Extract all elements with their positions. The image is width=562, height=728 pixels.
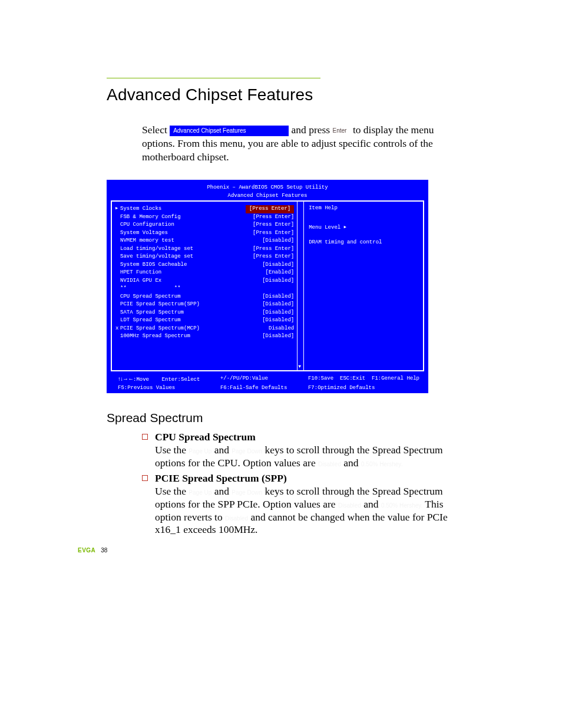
- bios-header-2: Advanced Chipset Features: [111, 192, 424, 200]
- bios-footer: ↑↓→←:Move Enter:Select +/-/PU/PD:Value F…: [111, 371, 424, 391]
- bios-row: FSB & Memory Config[Press Enter]: [115, 213, 303, 222]
- list-item: CPU Spread Spectrum Use the Page Up and …: [142, 431, 460, 470]
- page-title: Advanced Chipset Features: [107, 85, 562, 104]
- help-level: Menu Level: [309, 225, 343, 230]
- bios-row: x PCIE Spread Spectrum(MCP)Disabled: [115, 325, 303, 333]
- bios-screenshot: Phoenix – AwardBIOS CMOS Setup Utility A…: [107, 180, 428, 393]
- bios-row: Load timing/voltage set[Press Enter]: [115, 245, 303, 253]
- brand-label: EVGA: [78, 547, 95, 554]
- bios-row: NVMEM memory test[Disabled]: [115, 237, 303, 245]
- nav-arrows-icon: ↑↓→←: [118, 375, 133, 382]
- bios-row: NVIDIA GPU Ex[Disabled]: [115, 277, 303, 285]
- bios-menu-list: ▶ System Clocks[Press Enter] FSB & Memor…: [112, 202, 303, 370]
- bios-header-1: Phoenix – AwardBIOS CMOS Setup Utility: [111, 184, 424, 192]
- help-head: Item Help: [309, 205, 419, 211]
- bios-help-panel: Item Help Menu Level ▶ DRAM timing and c…: [303, 202, 423, 370]
- intro-mid: and press: [289, 124, 332, 136]
- bios-row: 100MHz Spread Spectrum[Disabled]: [115, 332, 303, 341]
- bios-row: ** **: [115, 285, 303, 293]
- page-number: 38: [101, 547, 107, 554]
- bios-row: CPU Configuration[Press Enter]: [115, 221, 303, 229]
- enter-key-label: Enter: [333, 127, 351, 134]
- menu-name-pill: Advanced Chipset Features: [170, 126, 289, 136]
- spread-spectrum-heading: Spread Spectrum: [107, 411, 562, 425]
- help-body: DRAM timing and control: [309, 239, 419, 246]
- intro-pre: Select: [142, 124, 170, 136]
- chevron-right-icon: ▶: [344, 225, 346, 230]
- list-item: PCIE Spread Spectrum (SPP) Use the Page …: [142, 472, 460, 536]
- intro-paragraph: Select Advanced Chipset Features and pre…: [142, 123, 441, 163]
- bios-row: System Voltages[Press Enter]: [115, 229, 303, 238]
- pcie-spread-title: PCIE Spread Spectrum (SPP): [155, 472, 460, 485]
- bios-row: CPU Spread Spectrum[Disabled]: [115, 293, 303, 301]
- bios-row: LDT Spread Spectrum[Disabled]: [115, 317, 303, 325]
- bios-scrollbar: ▼: [297, 202, 303, 370]
- bios-row: Save timing/voltage set[Press Enter]: [115, 253, 303, 261]
- scroll-down-icon: ▼: [298, 364, 301, 369]
- page-footer: EVGA 38: [78, 547, 107, 554]
- bios-row: ▶ System Clocks[Press Enter]: [115, 205, 303, 213]
- cpu-spread-title: CPU Spread Spectrum: [155, 431, 460, 444]
- bios-row: System BIOS Cacheable[Disabled]: [115, 261, 303, 269]
- bios-row: SATA Spread Spectrum[Disabled]: [115, 309, 303, 317]
- bios-row: PCIE Spread Spectrum(SPP)[Disabled]: [115, 301, 303, 309]
- bios-row: HPET Function[Enabled]: [115, 269, 303, 277]
